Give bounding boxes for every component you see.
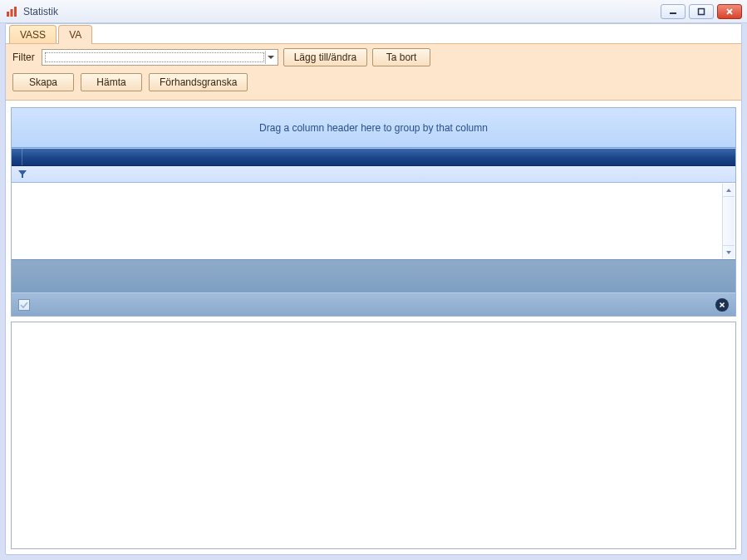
tab-va[interactable]: VA bbox=[58, 25, 92, 44]
client-area: VASS VA Filter Lägg till/ändra Ta bort S… bbox=[5, 23, 742, 555]
button-label: Förhandsgranska bbox=[160, 76, 237, 88]
svg-marker-9 bbox=[726, 189, 731, 192]
button-label: Lägg till/ändra bbox=[294, 52, 356, 63]
group-by-hint: Drag a column header here to group by th… bbox=[259, 122, 488, 134]
grid-statusbar bbox=[12, 292, 735, 316]
window-title: Statistik bbox=[23, 6, 58, 17]
tab-label: VASS bbox=[20, 29, 46, 41]
filter-checkbox[interactable] bbox=[18, 299, 30, 311]
scroll-down-icon[interactable] bbox=[723, 245, 735, 258]
detail-panel bbox=[11, 322, 736, 549]
svg-marker-7 bbox=[268, 56, 274, 59]
chevron-down-icon bbox=[265, 51, 276, 64]
grid-footer bbox=[12, 259, 735, 292]
svg-rect-1 bbox=[11, 9, 13, 17]
minimize-button[interactable] bbox=[661, 4, 686, 19]
close-button[interactable] bbox=[717, 4, 742, 19]
window-controls bbox=[661, 4, 742, 19]
filter-select[interactable] bbox=[42, 49, 278, 66]
preview-button[interactable]: Förhandsgranska bbox=[149, 73, 248, 91]
filter-icon bbox=[17, 169, 28, 180]
button-label: Ta bort bbox=[386, 52, 417, 63]
svg-rect-4 bbox=[699, 8, 705, 14]
group-by-panel[interactable]: Drag a column header here to group by th… bbox=[12, 108, 735, 148]
svg-rect-0 bbox=[7, 12, 9, 17]
maximize-button[interactable] bbox=[689, 4, 714, 19]
tab-vass[interactable]: VASS bbox=[9, 25, 57, 43]
app-icon bbox=[5, 5, 18, 18]
button-label: Hämta bbox=[96, 76, 125, 88]
svg-marker-10 bbox=[726, 251, 731, 254]
grid-body[interactable] bbox=[12, 183, 735, 259]
filter-remove-button[interactable]: Ta bort bbox=[372, 48, 430, 66]
tabstrip: VASS VA bbox=[6, 24, 741, 44]
tab-label: VA bbox=[69, 29, 81, 41]
svg-rect-2 bbox=[14, 7, 17, 17]
svg-rect-3 bbox=[670, 12, 676, 14]
button-label: Skapa bbox=[29, 76, 57, 88]
vertical-scrollbar[interactable] bbox=[722, 184, 735, 258]
filter-label: Filter bbox=[12, 52, 35, 63]
toolstrip: Filter Lägg till/ändra Ta bort Skapa Häm… bbox=[6, 44, 741, 101]
filter-row[interactable] bbox=[12, 166, 735, 183]
svg-marker-8 bbox=[18, 170, 27, 178]
fetch-button[interactable]: Hämta bbox=[81, 73, 142, 91]
create-button[interactable]: Skapa bbox=[12, 73, 74, 91]
filter-edit-button[interactable]: Lägg till/ändra bbox=[283, 48, 367, 66]
scroll-up-icon[interactable] bbox=[723, 184, 735, 197]
data-grid: Drag a column header here to group by th… bbox=[11, 107, 736, 317]
content: Drag a column header here to group by th… bbox=[11, 107, 736, 549]
titlebar: Statistik bbox=[0, 0, 747, 23]
clear-filter-button[interactable] bbox=[715, 298, 729, 312]
column-header-row[interactable] bbox=[12, 148, 735, 166]
